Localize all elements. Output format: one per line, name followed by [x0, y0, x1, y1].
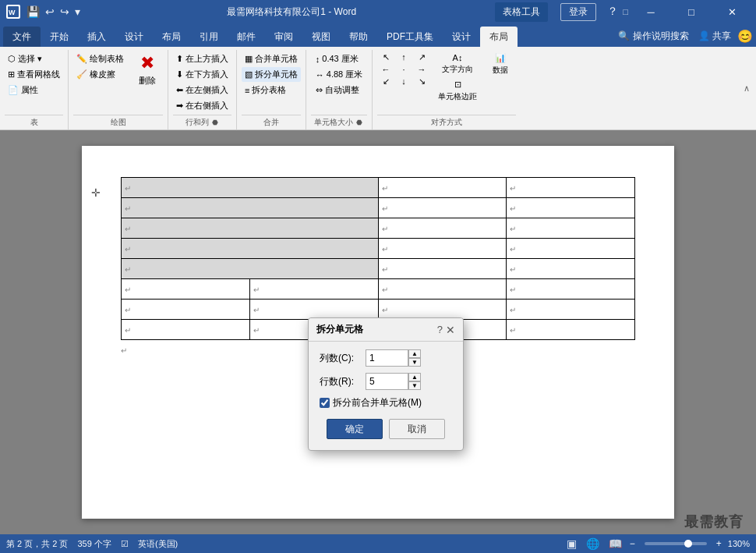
- read-view-button[interactable]: 📖: [607, 537, 624, 550]
- emoji-button[interactable]: 😊: [737, 29, 753, 44]
- align-bc-button[interactable]: ↓: [395, 76, 412, 87]
- zoom-out-button[interactable]: −: [630, 538, 635, 549]
- data-button[interactable]: 📊 数据: [485, 51, 516, 77]
- table-cell[interactable]: ↵: [122, 320, 250, 340]
- dialog-help-icon[interactable]: ?: [437, 324, 443, 336]
- table-cell[interactable]: ↵: [122, 259, 379, 279]
- draw-table-button[interactable]: ✏️ 绘制表格: [73, 51, 127, 66]
- save-button[interactable]: 💾: [25, 5, 41, 18]
- table-cell[interactable]: ↵: [507, 259, 635, 279]
- table-cell[interactable]: ↵: [378, 300, 507, 320]
- merge-cells-button[interactable]: ▦ 合并单元格: [242, 51, 301, 66]
- tab-pdf[interactable]: PDF工具集: [377, 27, 443, 47]
- table-cell[interactable]: ↵: [122, 239, 379, 259]
- zoom-in-button[interactable]: +: [716, 538, 722, 549]
- cellsize-corner-icon[interactable]: ⬣: [355, 119, 364, 126]
- split-table-button[interactable]: ≡ 拆分表格: [242, 83, 301, 97]
- tab-home[interactable]: 开始: [41, 27, 78, 47]
- table-move-handle[interactable]: ✛: [91, 186, 101, 199]
- tab-reference[interactable]: 引用: [190, 27, 228, 47]
- table-cell[interactable]: ↵: [507, 320, 635, 340]
- align-ml-button[interactable]: ←: [377, 64, 394, 75]
- search-ribbon-button[interactable]: 🔍 操作说明搜索: [618, 30, 688, 43]
- table-cell[interactable]: ↵: [249, 300, 378, 320]
- eraser-button[interactable]: 🧹 橡皮擦: [73, 67, 127, 82]
- merge-before-split-checkbox[interactable]: [320, 398, 330, 408]
- maximize-button[interactable]: □: [673, 0, 709, 23]
- tab-review[interactable]: 审阅: [265, 27, 302, 47]
- columns-decrement-button[interactable]: ▼: [408, 358, 421, 367]
- rows-decrement-button[interactable]: ▼: [408, 381, 421, 390]
- select-button[interactable]: ⬡ 选择 ▾: [5, 51, 63, 66]
- web-layout-view-button[interactable]: 🌐: [585, 537, 601, 550]
- split-cells-button[interactable]: ▧ 拆分单元格: [242, 67, 301, 82]
- table-cell[interactable]: ↵: [378, 259, 507, 279]
- ribbon-collapse-button[interactable]: ∧: [744, 83, 750, 94]
- cell-height-input[interactable]: ↕ 0.43 厘米: [313, 51, 366, 66]
- table-cell[interactable]: ↵: [507, 178, 635, 198]
- auto-fit-button[interactable]: ⇔ 自动调整: [313, 83, 366, 97]
- rows-input[interactable]: [366, 373, 408, 390]
- insert-below-button[interactable]: ⬇ 在下方插入: [173, 67, 231, 82]
- align-mc-button[interactable]: ·: [395, 64, 412, 75]
- close-button[interactable]: ✕: [714, 0, 750, 23]
- table-cell[interactable]: ↵: [378, 279, 507, 300]
- insert-left-button[interactable]: ⬅ 在左侧插入: [173, 83, 231, 97]
- table-cell[interactable]: ↵: [507, 218, 635, 239]
- table-cell[interactable]: ↵: [507, 198, 635, 218]
- align-tl-button[interactable]: ↖: [377, 51, 394, 63]
- delete-button[interactable]: ✖ 删除: [132, 51, 163, 88]
- table-cell[interactable]: ↵: [122, 279, 250, 300]
- table-cell[interactable]: ↵: [249, 279, 378, 300]
- view-gridlines-button[interactable]: ⊞ 查看网格线: [5, 67, 63, 82]
- tab-help[interactable]: 帮助: [340, 27, 377, 47]
- redo-button[interactable]: ↪: [58, 5, 71, 18]
- ok-button[interactable]: 确定: [327, 419, 383, 439]
- table-cell[interactable]: ↵: [378, 239, 507, 259]
- text-direction-button[interactable]: A↕ 文字方向: [435, 51, 480, 76]
- table-cell[interactable]: ↵: [507, 239, 635, 259]
- zoom-level[interactable]: 130%: [728, 539, 750, 548]
- dialog-close-button[interactable]: ✕: [446, 324, 455, 336]
- columns-increment-button[interactable]: ▲: [408, 349, 421, 358]
- cancel-button[interactable]: 取消: [389, 419, 445, 439]
- ribbon-display-button[interactable]: □: [623, 7, 628, 16]
- table-cell[interactable]: ↵: [378, 178, 507, 198]
- align-tc-button[interactable]: ↑: [395, 51, 412, 63]
- tab-insert[interactable]: 插入: [78, 27, 115, 47]
- zoom-slider[interactable]: [645, 542, 707, 545]
- rowscols-corner-icon[interactable]: ⬣: [210, 119, 220, 126]
- table-cell[interactable]: ↵: [507, 279, 635, 300]
- align-mr-button[interactable]: →: [413, 64, 430, 75]
- tab-table-design[interactable]: 设计: [443, 27, 480, 47]
- table-cell[interactable]: ↵: [122, 300, 250, 320]
- table-cell[interactable]: ↵: [507, 300, 635, 320]
- columns-input[interactable]: [366, 349, 408, 367]
- tab-file[interactable]: 文件: [3, 27, 41, 47]
- cell-margins-button[interactable]: ⊡ 单元格边距: [435, 78, 480, 104]
- rows-increment-button[interactable]: ▲: [408, 373, 421, 381]
- customize-qa-button[interactable]: ▾: [73, 5, 82, 18]
- table-cell[interactable]: ↵: [122, 178, 379, 198]
- tab-design[interactable]: 设计: [115, 27, 153, 47]
- tab-view[interactable]: 视图: [302, 27, 340, 47]
- insert-right-button[interactable]: ➡ 在右侧插入: [173, 98, 231, 113]
- align-tr-button[interactable]: ↗: [413, 51, 430, 63]
- insert-above-button[interactable]: ⬆ 在上方插入: [173, 51, 231, 66]
- print-layout-view-button[interactable]: ▣: [565, 537, 578, 550]
- tab-layout[interactable]: 布局: [153, 27, 190, 47]
- tab-table-layout[interactable]: 布局: [480, 27, 518, 47]
- share-button[interactable]: 👤 共享: [698, 30, 731, 43]
- table-cell[interactable]: ↵: [378, 198, 507, 218]
- properties-button[interactable]: 📄 属性: [5, 83, 63, 97]
- undo-button[interactable]: ↩: [44, 5, 56, 18]
- minimize-button[interactable]: ─: [633, 0, 669, 23]
- table-cell[interactable]: ↵: [122, 198, 379, 218]
- table-cell[interactable]: ↵: [378, 218, 507, 239]
- cell-width-input[interactable]: ↔ 4.88 厘米: [313, 67, 366, 82]
- login-button[interactable]: 登录: [560, 3, 596, 21]
- align-br-button[interactable]: ↘: [413, 76, 430, 87]
- help-icon[interactable]: ？: [607, 5, 618, 19]
- table-cell[interactable]: ↵: [122, 218, 379, 239]
- tab-mail[interactable]: 邮件: [228, 27, 265, 47]
